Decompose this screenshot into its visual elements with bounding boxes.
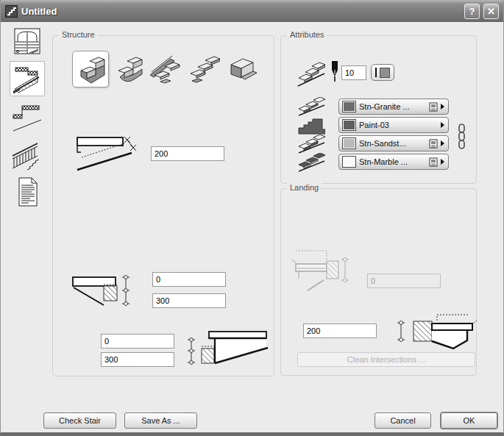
landing-group-label: Landing — [287, 183, 322, 192]
stair-floating-icon — [186, 53, 220, 85]
tread-settings-icon — [12, 103, 43, 134]
material-color-chip — [342, 156, 356, 168]
dropdown-arrow-icon — [441, 140, 444, 146]
sidebar-item-structure[interactable] — [10, 61, 45, 96]
stair-plan-icon — [13, 26, 42, 57]
sidebar-item-tread[interactable] — [10, 101, 45, 136]
close-button[interactable]: ✕ — [483, 4, 499, 19]
top-offset-field[interactable] — [152, 272, 226, 287]
dropdown-arrow-icon — [441, 104, 444, 110]
help-button[interactable]: ? — [464, 4, 480, 19]
pen-color-button[interactable] — [371, 64, 394, 81]
material-name: Stn-Granite ... — [359, 102, 426, 111]
pen-icon — [330, 60, 340, 85]
structure-type-stringer-button[interactable] — [110, 51, 146, 87]
slab-thickness-field[interactable] — [151, 146, 224, 161]
structure-group: Structure — [52, 35, 274, 376]
landing-connection-diagram-disabled — [290, 246, 350, 299]
texture-icon — [429, 157, 438, 167]
pen-weight-field[interactable] — [341, 65, 366, 80]
pen-color-sample — [380, 68, 390, 78]
document-icon — [14, 176, 40, 207]
bottom-offset-field[interactable] — [101, 334, 174, 349]
dialog-body: Structure — [1, 22, 503, 432]
ok-button[interactable]: OK — [441, 412, 497, 429]
structure-type-cantilever-button[interactable] — [147, 51, 184, 87]
material-name: Paint-03 — [359, 121, 438, 129]
attributes-group: Attributes — [280, 35, 477, 184]
link-materials-chain-icon[interactable] — [456, 123, 467, 154]
stair-stringer-icon — [111, 53, 145, 85]
stair-cantilever-icon — [149, 53, 182, 85]
attributes-group-label: Attributes — [287, 30, 327, 39]
underside-material-icon — [297, 153, 325, 175]
landing-connection-field — [367, 274, 441, 288]
sidebar-item-listing[interactable] — [10, 174, 45, 210]
cancel-button[interactable]: Cancel — [375, 412, 431, 429]
bottom-thickness-field[interactable] — [101, 352, 174, 367]
top-connection-diagram — [71, 271, 134, 317]
clean-intersections-button: Clean Intersections ... — [297, 352, 475, 367]
material-color-chip — [342, 101, 356, 112]
stair-3d-icon — [296, 59, 325, 91]
material-name: Stn-Sandst... — [359, 139, 426, 148]
pen-line-sample — [375, 68, 377, 77]
texture-icon — [429, 139, 438, 149]
slab-thickness-diagram — [73, 132, 139, 177]
structure-type-floating-button[interactable] — [185, 51, 221, 87]
tread-material-dropdown[interactable]: Stn-Granite ... — [338, 99, 449, 115]
riser-material-dropdown[interactable]: Stn-Sandst... — [338, 135, 449, 151]
top-thickness-field[interactable] — [152, 293, 226, 308]
save-as-button[interactable]: Save As ... — [124, 412, 197, 429]
material-color-chip — [342, 137, 356, 149]
dropdown-arrow-icon — [441, 122, 444, 128]
check-stair-button[interactable]: Check Stair — [43, 412, 116, 429]
structure-type-solid-button[interactable] — [72, 51, 109, 87]
material-color-chip — [342, 119, 356, 131]
structure-material-dropdown[interactable]: Paint-03 — [338, 117, 449, 133]
sidebar-item-railing[interactable] — [10, 139, 45, 174]
dropdown-arrow-icon — [441, 159, 444, 165]
sidebar-item-stair-plan[interactable] — [10, 24, 45, 60]
stair-monolithic-icon — [224, 53, 258, 85]
stair-structure-icon — [12, 63, 43, 94]
texture-icon — [429, 102, 438, 112]
stairmaker-dialog: Untitled ? ✕ — [0, 0, 504, 436]
bottom-connection-diagram — [182, 329, 270, 374]
landing-thickness-field[interactable] — [303, 324, 377, 338]
underside-material-dropdown[interactable]: Stn-Marble ... — [338, 154, 449, 170]
stair-solid-icon — [74, 53, 107, 85]
title-bar[interactable]: Untitled ? ✕ — [1, 0, 503, 22]
material-name: Stn-Marble ... — [359, 157, 426, 166]
structure-type-monolithic-button[interactable] — [222, 51, 259, 87]
landing-group: Landing — [280, 188, 477, 376]
tread-top-material-icon — [297, 97, 325, 119]
railing-icon — [11, 142, 43, 171]
structure-group-label: Structure — [59, 30, 98, 39]
landing-thickness-diagram — [395, 310, 478, 354]
window-title: Untitled — [21, 6, 461, 17]
app-icon — [5, 5, 18, 18]
